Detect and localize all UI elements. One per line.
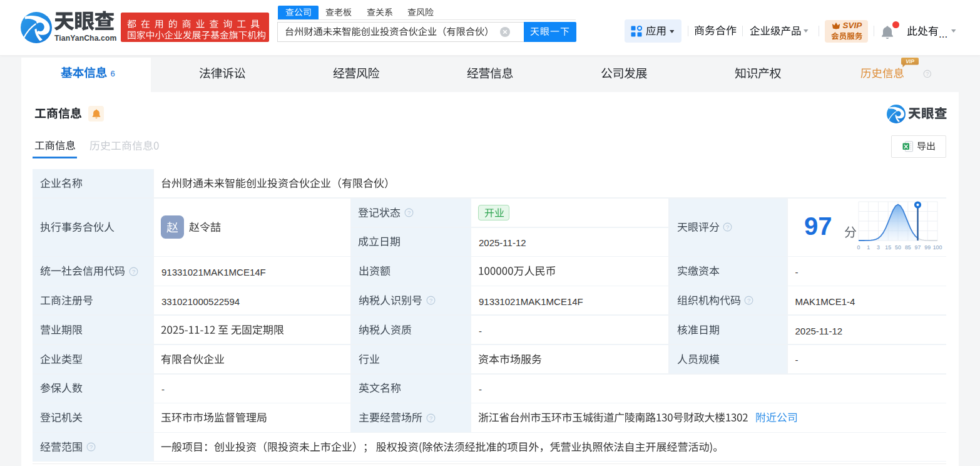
svg-text:50: 50 (895, 244, 901, 251)
svg-text:?: ? (89, 444, 92, 450)
svg-text:3: 3 (877, 244, 880, 251)
svg-text:85: 85 (905, 244, 911, 251)
svg-text:?: ? (926, 71, 929, 77)
svg-text:?: ? (726, 224, 729, 230)
svg-text:0: 0 (857, 244, 860, 251)
svg-text:97: 97 (915, 244, 921, 251)
svg-text:99: 99 (924, 244, 931, 251)
svg-text:100: 100 (933, 244, 942, 251)
svg-text:1: 1 (867, 244, 870, 251)
svg-text:?: ? (747, 298, 750, 304)
svg-text:VIP: VIP (906, 58, 914, 65)
svg-text:?: ? (407, 210, 410, 216)
svg-text:?: ? (131, 268, 135, 274)
svg-text:?: ? (429, 415, 432, 421)
svg-text:15: 15 (885, 244, 891, 251)
svg-text:?: ? (429, 298, 432, 304)
